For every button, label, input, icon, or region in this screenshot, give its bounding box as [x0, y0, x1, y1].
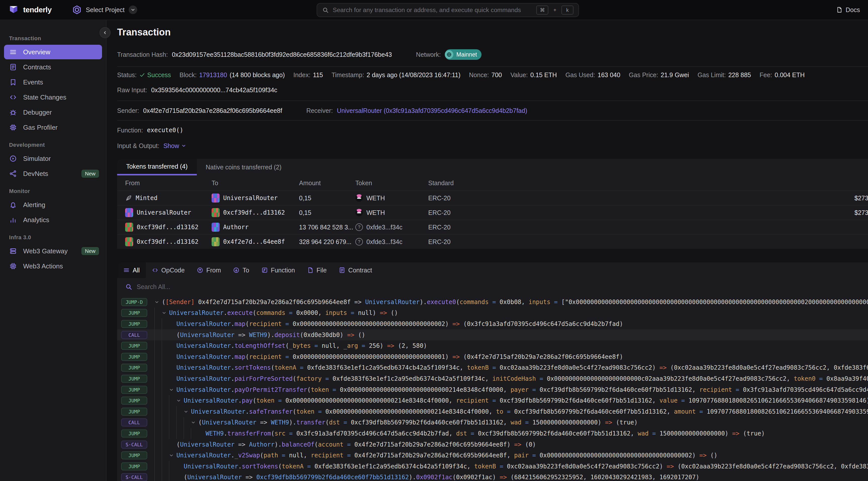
trace-tab-to[interactable]: To — [227, 262, 255, 278]
show-input-output-link[interactable]: Show — [163, 141, 186, 150]
trace-line[interactable]: S·CALL(UniversalRouter => Authorr).balan… — [117, 439, 868, 450]
opcode-badge: JUMP — [121, 451, 147, 459]
trace-code: UniversalRouter.pairForPreSorted(factory… — [177, 375, 868, 382]
opcode-badge: JUMP — [121, 408, 147, 416]
opcode-badge: JUMP — [121, 342, 147, 350]
sidebar-item-devnets[interactable]: DevNetsNew — [4, 167, 102, 181]
brand-name: tenderly — [23, 5, 52, 14]
receiver-link[interactable]: UniversalRouter (0x3fc91a3afd70395cd496c… — [337, 106, 527, 115]
to-cell: UniversalRouter — [212, 193, 299, 203]
trace-code: (UniversalRouter => 0xcf39dfb8b569799b2f… — [184, 474, 700, 481]
trace-line[interactable]: JUMPUniversalRouter.safeTransfer(token =… — [117, 406, 868, 417]
trace-tab-from[interactable]: From — [191, 262, 227, 278]
hash-label: Transaction Hash: — [117, 50, 168, 59]
trace-code: UniversalRouter._v2Swap(path = null, rec… — [177, 452, 717, 459]
global-search-input[interactable]: Search for any transaction or address, a… — [317, 3, 579, 17]
sidebar-item-overview[interactable]: Overview — [4, 45, 102, 59]
project-selector[interactable]: Select Project — [72, 5, 137, 15]
column-header: To — [212, 179, 299, 187]
sidebar-item-label: Web3 Actions — [23, 262, 63, 270]
from-cell: 0xcf39df...d13162 — [125, 223, 212, 232]
brand[interactable]: tenderly — [8, 4, 52, 15]
server-icon — [9, 247, 17, 255]
trace-line[interactable]: JUMPUniversalRouter.sortTokens(tokenA = … — [117, 362, 868, 373]
sidebar-item-contracts[interactable]: Contracts — [4, 60, 102, 74]
sidebar-item-label: Gas Profiler — [23, 124, 58, 131]
trace-line[interactable]: JUMPUniversalRouter.payOrPermit2Transfer… — [117, 384, 868, 395]
search-icon — [322, 7, 329, 13]
trace-line[interactable]: JUMPUniversalRouter.execute(commands = 0… — [117, 308, 868, 319]
trace-tab-file[interactable]: File — [301, 262, 333, 278]
contract-icon — [9, 63, 17, 71]
top-bar: tenderly Select Project Search for any t… — [0, 0, 868, 20]
trace-line[interactable]: CALL(UniversalRouter => WETH9).deposit(0… — [117, 329, 868, 340]
chevron-down-icon[interactable] — [154, 300, 162, 305]
trace-tab-opcode[interactable]: OpCode — [146, 262, 191, 278]
tokens-transferred-card: Tokens transferred (4)Native coins trans… — [117, 159, 868, 249]
token-cell: ?0xfde3...f34c — [355, 223, 428, 231]
trace-line[interactable]: JUMPUniversalRouter.map(recipient = 0x00… — [117, 319, 868, 329]
network-badge[interactable]: Mainnet — [445, 49, 482, 60]
sidebar-item-web3-gateway[interactable]: Web3 GatewayNew — [4, 244, 102, 258]
tenderly-app: tenderly Select Project Search for any t… — [0, 0, 868, 481]
sidebar-item-web3-actions[interactable]: Web3 Actions — [4, 259, 102, 273]
trace-code: UniversalRouter.pay(token = 0x0000000000… — [184, 397, 868, 404]
trace-line[interactable]: JUMPUniversalRouter.toLengthOffset(_byte… — [117, 340, 868, 351]
sidebar-item-simulator[interactable]: Simulator — [4, 151, 102, 166]
opcode-badge: S·CALL — [121, 473, 147, 481]
menu-icon — [123, 267, 130, 273]
trace-line[interactable]: JUMPUniversalRouter.pay(token = 0x000000… — [117, 395, 868, 406]
token-transfer-row[interactable]: 0xcf39df...d13162Authorr13 706 842 528 3… — [117, 220, 868, 234]
trace-line[interactable]: JUMPUniversalRouter.map(recipient = 0x00… — [117, 351, 868, 362]
address-avatar — [125, 208, 133, 217]
chevron-down-icon[interactable] — [169, 453, 177, 458]
bug-icon — [9, 108, 17, 116]
raw-input-value[interactable]: 0x3593564c0000000000...74cb42a5f109f34c — [151, 85, 277, 94]
chevron-down-icon[interactable] — [191, 420, 198, 425]
chevron-down-icon[interactable] — [129, 5, 137, 14]
chart-icon — [9, 216, 17, 224]
sender-address[interactable]: 0x4f2e7d715af20b29a7e286a2f06c695b9664ee… — [143, 106, 282, 115]
amount-cell: 328 964 220 679... — [299, 238, 355, 245]
trace-search-input[interactable]: Search All... — [117, 278, 868, 296]
tab-native-coins-transferred-2[interactable]: Native coins transferred (2) — [197, 159, 291, 175]
block-number-link[interactable]: 17913180 — [199, 70, 227, 80]
trace-line[interactable]: JUMPUniversalRouter.pairForPreSorted(fac… — [117, 373, 868, 384]
trace-line[interactable]: JUMPWETH9.transferFrom(src = 0x3fc91a3af… — [117, 428, 868, 439]
sidebar-item-events[interactable]: Events — [4, 75, 102, 89]
trace-line[interactable]: S·CALL(UniversalRouter => 0xcf39dfb8b569… — [117, 472, 868, 481]
token-transfer-row[interactable]: MintedUniversalRouter0,15WETHERC-20$273 — [117, 190, 868, 205]
transaction-hash: 0x23d09157ee351128bac58816b0f3fd92ed86ce… — [172, 50, 392, 59]
sidebar-item-analytics[interactable]: Analytics — [4, 213, 102, 227]
sidebar-item-state-changes[interactable]: State Changes — [4, 90, 102, 104]
trace-search-placeholder: Search All... — [137, 283, 170, 291]
chevron-down-icon[interactable] — [162, 310, 169, 315]
trace-line[interactable]: CALL(UniversalRouter => WETH9).transfer(… — [117, 417, 868, 428]
chevron-down-icon[interactable] — [183, 409, 191, 414]
trace-tab-function[interactable]: Function — [255, 262, 301, 278]
token-transfer-row[interactable]: 0xcf39df...d131620x4f2e7d...64ee8f328 96… — [117, 234, 868, 249]
amount-cell: 0,15 — [299, 209, 355, 216]
trace-line[interactable]: JUMP·D([Sender] 0x4f2e7d715af20b29a7e286… — [117, 297, 868, 308]
trace-line[interactable]: JUMPUniversalRouter.sortTokens(tokenA = … — [117, 461, 868, 472]
docs-link[interactable]: Docs — [836, 6, 860, 13]
sidebar-collapse-button[interactable] — [99, 27, 111, 38]
chevron-down-icon[interactable] — [169, 387, 177, 392]
standard-cell: ERC-20 — [428, 224, 855, 231]
trace-tab-all[interactable]: All — [117, 262, 146, 278]
usd-value-cell: $273 — [855, 209, 868, 216]
token-transfer-row[interactable]: UniversalRouter0xcf39df...d131620,15WETH… — [117, 205, 868, 220]
document-icon — [836, 6, 843, 13]
to-cell: 0xcf39df...d13162 — [212, 208, 299, 217]
trace-lines: JUMP·D([Sender] 0x4f2e7d715af20b29a7e286… — [117, 296, 868, 481]
tab-tokens-transferred-4[interactable]: Tokens transferred (4) — [117, 159, 197, 175]
trace-code: UniversalRouter.execute(commands = 0x000… — [169, 309, 398, 317]
sidebar-item-debugger[interactable]: Debugger — [4, 105, 102, 120]
sidebar-item-alerting[interactable]: Alerting — [4, 198, 102, 212]
divider — [117, 100, 868, 101]
trace-line[interactable]: JUMPUniversalRouter._v2Swap(path = null,… — [117, 450, 868, 461]
trace-tab-contract[interactable]: Contract — [333, 262, 378, 278]
chevron-down-icon[interactable] — [176, 398, 184, 403]
sidebar-item-gas-profiler[interactable]: Gas Profiler — [4, 120, 102, 135]
sidebar-section-label: Monitor — [9, 188, 106, 194]
